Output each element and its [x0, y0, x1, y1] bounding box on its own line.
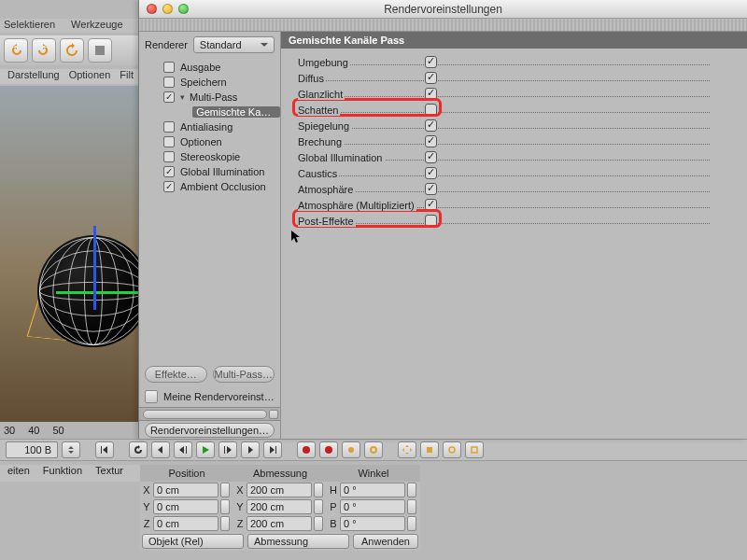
key-options-button[interactable] [364, 441, 383, 458]
tab[interactable]: eiten [7, 465, 30, 482]
tree-item[interactable]: ▾Multi-Pass [139, 90, 280, 105]
angle-field[interactable]: 0 ° [340, 499, 405, 514]
checkbox[interactable] [163, 62, 175, 73]
spinner-icon[interactable] [62, 441, 80, 458]
viewport-3d[interactable] [0, 86, 140, 422]
checkbox[interactable] [163, 91, 175, 103]
coord-dim-select[interactable]: Abmessung [247, 534, 349, 549]
horizontal-scrollbar[interactable] [139, 407, 280, 420]
next-key-button[interactable] [218, 441, 237, 458]
tree-item[interactable]: Ausgabe [139, 60, 280, 75]
spinner-icon[interactable] [407, 516, 416, 531]
goto-end-button[interactable] [263, 441, 282, 458]
menu-item[interactable]: Optionen [69, 69, 111, 84]
dimension-field[interactable]: 200 cm [247, 516, 312, 531]
spinner-icon[interactable] [407, 483, 416, 497]
param-key-button[interactable] [465, 441, 484, 458]
multipass-button[interactable]: Multi-Pass… [213, 366, 275, 383]
tree-item[interactable]: Stereoskopie [139, 149, 280, 164]
checkbox[interactable] [163, 151, 175, 162]
move-key-button[interactable] [398, 441, 416, 458]
tab[interactable]: Textur [95, 465, 123, 482]
goto-start-button[interactable] [95, 441, 114, 458]
titlebar[interactable]: Rendervoreinstellungen [139, 0, 747, 19]
tool-button[interactable] [88, 38, 112, 63]
position-field[interactable]: 0 cm [153, 483, 218, 497]
record-button[interactable] [297, 441, 316, 458]
position-field[interactable]: 0 cm [153, 499, 218, 514]
pass-checkbox[interactable] [425, 183, 437, 195]
spinner-icon[interactable] [314, 499, 323, 514]
position-field[interactable]: 0 cm [153, 516, 218, 531]
scroll-right-icon[interactable] [269, 410, 278, 419]
angle-field[interactable]: 0 ° [340, 516, 405, 531]
pass-checkbox[interactable] [425, 151, 437, 163]
refresh-button[interactable] [60, 38, 84, 63]
redo-button[interactable] [32, 38, 56, 63]
play-button[interactable] [196, 441, 215, 458]
spinner-icon[interactable] [220, 483, 230, 497]
renderer-select[interactable]: Standard [193, 36, 275, 53]
spinner-icon[interactable] [407, 499, 416, 514]
pass-row: Schatten [298, 102, 738, 118]
pass-checkbox[interactable] [425, 215, 437, 227]
disclosure-icon[interactable]: ▾ [180, 92, 188, 102]
menu-item[interactable]: Darstellung [7, 69, 60, 84]
current-frame-field[interactable]: 100 B [6, 441, 58, 458]
svg-point-11 [348, 447, 354, 453]
pass-checkbox[interactable] [425, 119, 437, 132]
rotate-key-button[interactable] [443, 441, 461, 458]
spinner-icon[interactable] [220, 499, 230, 514]
checkbox[interactable] [163, 121, 175, 133]
tree-item[interactable]: Speichern [139, 75, 280, 90]
keyframe-button[interactable] [342, 441, 360, 458]
pass-checkbox[interactable] [425, 104, 437, 116]
pass-checkbox[interactable] [425, 72, 437, 84]
undo-button[interactable] [4, 38, 28, 63]
dimension-field[interactable]: 200 cm [247, 483, 312, 497]
axis-x-icon[interactable] [56, 291, 140, 294]
pass-checkbox[interactable] [425, 135, 437, 147]
settings-tree[interactable]: AusgabeSpeichern▾Multi-PassGemischte Kan… [139, 58, 280, 200]
pass-checkbox[interactable] [425, 199, 437, 211]
checkbox[interactable] [163, 181, 175, 192]
menu-item[interactable]: Filt [120, 69, 134, 84]
prev-frame-button[interactable] [151, 441, 170, 458]
pass-checkbox[interactable] [425, 88, 437, 100]
scale-key-button[interactable] [420, 441, 439, 458]
spinner-icon[interactable] [314, 516, 323, 531]
tree-item[interactable]: Global Illumination [139, 164, 280, 179]
checkbox[interactable] [163, 77, 175, 88]
pass-row: Atmosphäre [298, 181, 738, 197]
menu-item[interactable]: Werkzeuge [71, 19, 122, 30]
tab[interactable]: Funktion [43, 465, 82, 482]
toolbar-grip [139, 19, 747, 32]
dimension-field[interactable]: 200 cm [247, 499, 312, 514]
checkbox[interactable] [163, 166, 175, 177]
effects-button[interactable]: Effekte… [145, 366, 207, 383]
angle-field[interactable]: 0 ° [340, 483, 405, 497]
tree-item[interactable]: Optionen [139, 134, 280, 149]
coord-mode-select[interactable]: Objekt (Rel) [142, 534, 244, 549]
pass-label: Diffus [298, 73, 425, 84]
pass-checkbox[interactable] [425, 167, 437, 179]
tree-item[interactable]: Antialiasing [139, 119, 280, 134]
pass-row: Caustics [298, 165, 738, 181]
autokey-button[interactable] [319, 441, 338, 458]
axis-y-icon[interactable] [93, 226, 96, 310]
pass-checkbox[interactable] [425, 56, 437, 68]
tree-item[interactable]: Gemischte Kanäle [139, 105, 280, 119]
preset-icon[interactable] [145, 390, 158, 403]
timeline-ruler[interactable]: 30 40 50 [0, 422, 140, 439]
prev-key-button[interactable] [174, 441, 192, 458]
next-frame-button[interactable] [241, 441, 260, 458]
loop-button[interactable] [129, 441, 148, 458]
menu-item[interactable]: Selektieren [4, 19, 55, 30]
scroll-thumb[interactable] [143, 410, 267, 419]
tree-item[interactable]: Ambient Occlusion [139, 179, 280, 194]
spinner-icon[interactable] [314, 483, 323, 497]
preset-menu-button[interactable]: Rendervoreinstellungen… [145, 423, 275, 438]
checkbox[interactable] [163, 136, 175, 147]
spinner-icon[interactable] [220, 516, 230, 531]
apply-button[interactable]: Anwenden [353, 534, 418, 549]
